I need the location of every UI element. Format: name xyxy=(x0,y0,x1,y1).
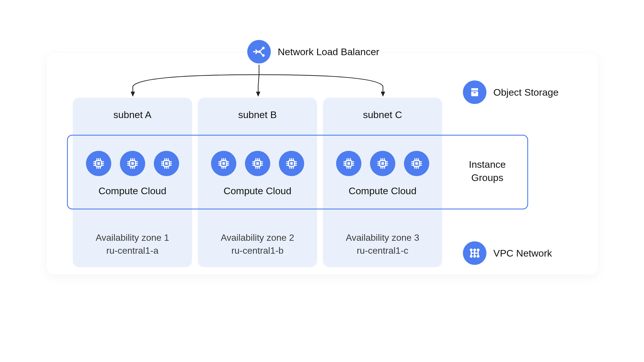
subnet-title: subnet B xyxy=(198,109,317,120)
load-balancer-icon xyxy=(247,40,271,63)
svg-rect-23 xyxy=(474,92,476,93)
diagram-stage: Network Load Balancer subnet A Compute C… xyxy=(0,0,644,362)
availability-zone-label: Availability zone 2 ru-central1-b xyxy=(198,231,317,257)
svg-rect-16 xyxy=(347,162,350,165)
vpc-network-icon xyxy=(463,241,486,265)
compute-instance-icon xyxy=(120,151,145,176)
subnet-title: subnet C xyxy=(323,109,442,120)
compute-instance-icon xyxy=(86,151,111,176)
instance-groups-line1: Instance xyxy=(469,159,506,170)
object-storage: Object Storage xyxy=(463,80,559,104)
subnet-title: subnet A xyxy=(73,109,192,120)
compute-label: Compute Cloud xyxy=(73,185,192,197)
load-balancer-glyph xyxy=(252,45,266,58)
az-line2: ru-central1-a xyxy=(106,245,158,256)
vpc-network-label: VPC Network xyxy=(493,248,552,259)
load-balancer-label: Network Load Balancer xyxy=(278,46,379,57)
subnet-columns: subnet A Compute Cloud Availability zone… xyxy=(73,98,442,267)
network-load-balancer: Network Load Balancer xyxy=(247,40,379,63)
compute-instance-icon xyxy=(370,151,395,176)
az-line1: Availability zone 2 xyxy=(221,232,294,243)
compute-instance-icon xyxy=(279,151,304,176)
compute-instances xyxy=(198,151,317,176)
instance-groups-label: Instance Groups xyxy=(459,158,516,184)
svg-rect-22 xyxy=(471,91,478,96)
compute-instances xyxy=(73,151,192,176)
svg-rect-20 xyxy=(415,162,418,165)
svg-rect-10 xyxy=(222,162,225,165)
svg-rect-14 xyxy=(290,162,293,165)
az-line2: ru-central1-c xyxy=(357,245,409,256)
compute-label: Compute Cloud xyxy=(198,185,317,197)
storage-icon xyxy=(463,80,486,104)
subnet-a: subnet A Compute Cloud Availability zone… xyxy=(73,98,192,267)
compute-label: Compute Cloud xyxy=(323,185,442,197)
svg-rect-4 xyxy=(97,162,100,165)
svg-rect-6 xyxy=(131,162,134,165)
subnet-b: subnet B Compute Cloud Availability zone… xyxy=(198,98,317,267)
compute-instance-icon xyxy=(404,151,429,176)
instance-groups-line2: Groups xyxy=(471,172,503,183)
subnet-c: subnet C Compute Cloud Availability zone… xyxy=(323,98,442,267)
svg-rect-21 xyxy=(471,88,478,90)
az-line1: Availability zone 1 xyxy=(96,232,169,243)
compute-instance-icon xyxy=(245,151,270,176)
availability-zone-label: Availability zone 1 ru-central1-a xyxy=(73,231,192,257)
az-line1: Availability zone 3 xyxy=(346,232,419,243)
svg-rect-8 xyxy=(165,162,168,165)
availability-zone-label: Availability zone 3 ru-central1-c xyxy=(323,231,442,257)
object-storage-label: Object Storage xyxy=(493,87,559,98)
svg-rect-18 xyxy=(381,162,384,165)
vpc-network: VPC Network xyxy=(463,241,552,265)
compute-instances xyxy=(323,151,442,176)
svg-rect-12 xyxy=(256,162,259,165)
compute-instance-icon xyxy=(336,151,361,176)
az-line2: ru-central1-b xyxy=(231,245,283,256)
compute-instance-icon xyxy=(154,151,179,176)
compute-instance-icon xyxy=(211,151,236,176)
